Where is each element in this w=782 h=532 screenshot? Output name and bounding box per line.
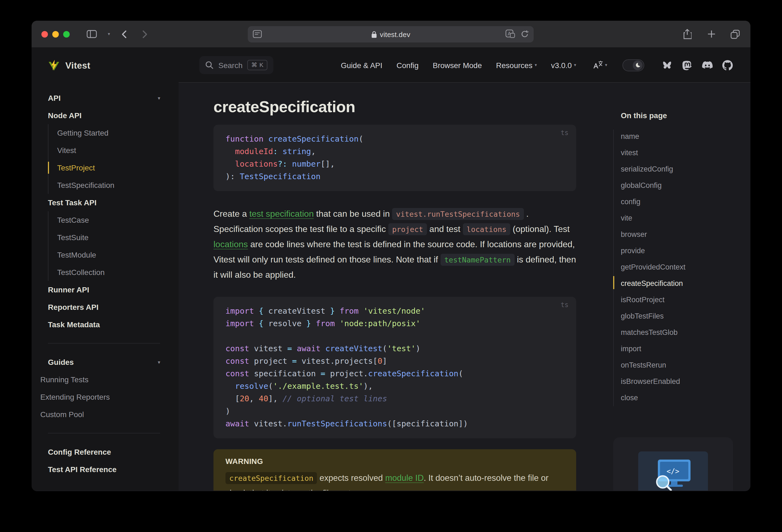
sidebar-item[interactable]: Getting Started <box>48 124 179 142</box>
tab-overview-icon[interactable] <box>728 28 742 41</box>
address-bar[interactable]: vitest.dev A <box>248 26 534 42</box>
sidebar-divider <box>48 433 160 433</box>
sidebar-item[interactable]: TestModule <box>48 246 179 263</box>
theme-toggle[interactable] <box>623 59 644 71</box>
inline-link[interactable]: locations <box>213 240 248 249</box>
share-icon[interactable] <box>681 28 694 41</box>
site-logo[interactable]: Vitest <box>32 48 179 83</box>
sidebar-menu-chevron-icon[interactable]: ▾ <box>108 32 110 36</box>
sidebar-group-node-api[interactable]: Node API <box>32 107 179 124</box>
desktop: ▾ vitest.dev A <box>0 0 782 532</box>
reload-icon[interactable] <box>521 30 529 40</box>
nav-link-guide-api[interactable]: Guide & API <box>341 61 383 69</box>
nav-link-version[interactable]: v3.0.0 ▾ <box>551 61 576 69</box>
code-block-signature: ts function createSpecification( moduleI… <box>213 125 576 191</box>
search-button[interactable]: Search ⌘ K <box>199 56 274 74</box>
text-run: (optional). Test <box>510 224 570 234</box>
sidebar-item[interactable]: Custom Pool <box>32 406 179 423</box>
sidebar-link[interactable]: Runner API <box>32 281 179 298</box>
toc-item[interactable]: import <box>621 341 730 357</box>
zoom-window-button[interactable] <box>63 31 70 37</box>
monitor-code-magnifier-icon: </> <box>648 457 698 491</box>
toc-item[interactable]: provide <box>621 243 730 259</box>
forward-button[interactable] <box>138 28 151 41</box>
sidebar-item[interactable]: TestProject <box>48 159 179 176</box>
sidebar-item[interactable]: Extending Reporters <box>32 388 179 406</box>
inline-link[interactable]: test specification <box>249 209 314 218</box>
sidebar-section-label: Guides <box>48 358 74 366</box>
code-line: resolve('./example.test.ts'), <box>225 380 564 393</box>
github-icon[interactable] <box>722 60 733 71</box>
inline-code: createSpecification <box>225 472 317 484</box>
sidebar-item[interactable]: Running Tests <box>32 371 179 388</box>
sidebar-link[interactable]: Config Reference <box>32 443 179 461</box>
search-shortcut: ⌘ K <box>248 60 268 70</box>
code-line: moduleId: string, <box>225 145 564 158</box>
toc-item[interactable]: config <box>621 194 730 210</box>
page-settings-icon[interactable] <box>253 30 262 40</box>
language-menu[interactable]: ▾ <box>593 61 607 70</box>
toc-item[interactable]: globalConfig <box>621 178 730 194</box>
sponsor-card[interactable]: </> <box>613 437 733 491</box>
back-button[interactable] <box>118 28 131 41</box>
toc-item[interactable]: isBrowserEnabled <box>621 374 730 390</box>
sidebar-item[interactable]: Vitest <box>48 142 179 159</box>
code-line: function createSpecification( <box>225 133 564 145</box>
toc-item[interactable]: globTestFiles <box>621 308 730 324</box>
toc-item[interactable]: close <box>621 390 730 406</box>
code-language-badge: ts <box>561 129 569 137</box>
toc-item[interactable]: name <box>621 129 730 145</box>
toc-active-marker <box>613 276 614 289</box>
toc-item[interactable]: isRootProject <box>621 292 730 308</box>
toc-item[interactable]: browser <box>621 226 730 243</box>
new-tab-icon[interactable] <box>705 28 718 41</box>
inline-link[interactable]: module ID <box>385 473 424 483</box>
lock-icon <box>371 31 377 38</box>
inline-code: testNamePattern <box>440 254 514 266</box>
discord-icon[interactable] <box>702 60 713 71</box>
code-line <box>225 330 564 343</box>
toc-item[interactable]: matchesTestGlob <box>621 324 730 341</box>
nav-link-config[interactable]: Config <box>396 61 419 69</box>
sidebar-item[interactable]: TestCollection <box>48 263 179 281</box>
warning-title: WARNING <box>225 457 564 466</box>
code-line: await vitest.runTestSpecifications([spec… <box>225 418 564 430</box>
browser-toolbar: ▾ vitest.dev A <box>32 21 750 48</box>
sidebar-item[interactable]: TestSpecification <box>48 176 179 194</box>
url-text: vitest.dev <box>380 30 410 38</box>
nav-link-label: Resources <box>496 61 533 69</box>
sidebar-item[interactable]: TestCase <box>48 211 179 229</box>
sidebar-link[interactable]: Reporters API <box>32 298 179 316</box>
docs-sidebar: Vitest API ▾ Node API Getting StartedVit… <box>32 48 179 491</box>
chevron-down-icon: ▾ <box>535 63 537 68</box>
sidebar-link[interactable]: Task Metadata <box>32 316 179 333</box>
minimize-window-button[interactable] <box>52 31 59 37</box>
translate-page-icon[interactable]: A <box>505 29 515 40</box>
toc-item[interactable]: createSpecification <box>621 276 730 292</box>
nav-link-resources[interactable]: Resources ▾ <box>496 61 537 69</box>
mastodon-icon[interactable] <box>682 60 693 71</box>
text-run: and test <box>427 224 463 234</box>
sidebar-item[interactable]: TestSuite <box>48 229 179 246</box>
code-block-example: ts import { createVitest } from 'vitest/… <box>213 297 576 438</box>
code-lines[interactable]: import { createVitest } from 'vitest/nod… <box>225 305 564 430</box>
sidebar-toggle-icon[interactable] <box>85 28 98 41</box>
sidebar-section-api[interactable]: API ▾ <box>32 89 179 107</box>
code-line: [20, 40], // optional test lines <box>225 393 564 405</box>
close-window-button[interactable] <box>41 31 48 37</box>
toc-title: On this page <box>621 111 667 120</box>
social-links <box>662 60 733 71</box>
toc-item[interactable]: getProvidedContext <box>621 259 730 276</box>
toc-item[interactable]: serializedConfig <box>621 161 730 178</box>
sidebar-link[interactable]: Test API Reference <box>32 461 179 478</box>
toc-item[interactable]: onTestsRerun <box>621 357 730 374</box>
code-lines[interactable]: function createSpecification( moduleId: … <box>225 133 564 183</box>
sidebar-section-label: API <box>48 94 61 102</box>
toc-item[interactable]: vite <box>621 210 730 226</box>
bluesky-icon[interactable] <box>662 60 673 71</box>
sidebar-section-guides[interactable]: Guides ▾ <box>32 353 179 371</box>
chevron-down-icon: ▾ <box>158 360 160 364</box>
nav-link-browser-mode[interactable]: Browser Mode <box>433 61 482 69</box>
toc-item[interactable]: vitest <box>621 145 730 161</box>
sidebar-group-test-task-api[interactable]: Test Task API <box>32 194 179 211</box>
